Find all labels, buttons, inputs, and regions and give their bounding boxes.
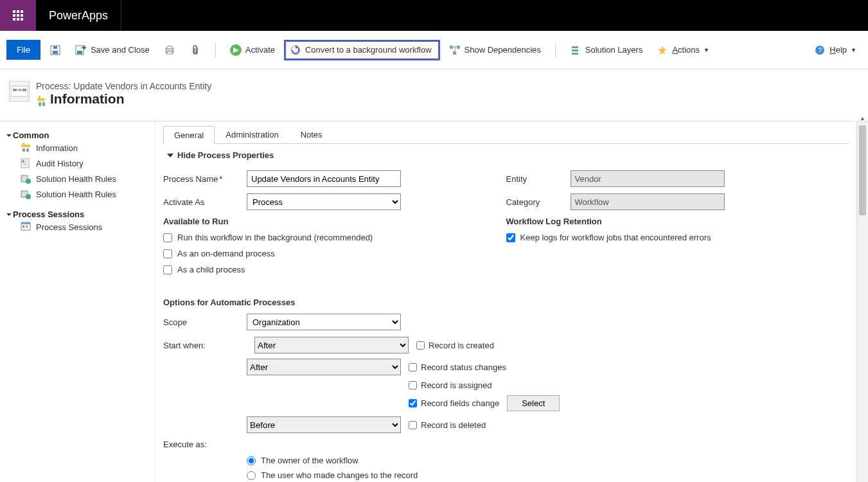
svg-rect-43: [26, 226, 28, 228]
sidebar-item-label: Solution Health Rules: [36, 190, 116, 199]
log-retention-header: Workflow Log Retention: [506, 217, 830, 226]
hide-process-properties-toggle[interactable]: Hide Process Properties: [163, 148, 849, 163]
svg-rect-13: [572, 46, 578, 48]
record-status-label: Record status changes: [421, 362, 506, 372]
save-button[interactable]: [44, 42, 66, 58]
solution-layers-button[interactable]: Solution Layers: [565, 42, 648, 58]
tabs: General Administration Notes: [163, 125, 849, 144]
svg-rect-30: [22, 148, 25, 152]
app-name: PowerApps: [36, 9, 121, 22]
show-dependencies-button[interactable]: Show Dependencies: [444, 42, 546, 58]
activate-icon: ▶: [230, 44, 242, 56]
app-launcher[interactable]: [0, 0, 36, 31]
scroll-thumb[interactable]: [859, 125, 866, 215]
svg-rect-4: [77, 51, 82, 54]
execute-as-owner-radio[interactable]: [247, 456, 256, 465]
keep-logs-label: Keep logs for workflow jobs that encount…: [520, 233, 711, 242]
select-fields-button[interactable]: Select: [507, 395, 560, 411]
process-name-input[interactable]: [247, 170, 401, 187]
info-icon: [36, 94, 46, 104]
sidebar-item-process-sessions[interactable]: Process Sessions: [8, 219, 147, 235]
layers-icon: [570, 44, 581, 56]
record-fields-checkbox[interactable]: [409, 399, 417, 407]
activate-as-label: Activate As: [163, 197, 247, 207]
save-and-close-button[interactable]: Save and Close: [70, 42, 155, 58]
separator: [555, 42, 556, 58]
entity-label: Entity: [506, 174, 571, 184]
actions-icon: [657, 44, 668, 56]
execute-as-label: Execute as:: [163, 440, 247, 449]
options-header: Options for Automatic Processes: [163, 298, 849, 307]
svg-rect-14: [572, 49, 578, 51]
svg-rect-7: [167, 51, 172, 54]
svg-rect-42: [22, 226, 24, 228]
sidebar-group-process-sessions[interactable]: Process Sessions: [8, 210, 147, 219]
scrollbar[interactable]: ▲: [856, 121, 868, 482]
convert-workflow-button[interactable]: Convert to a background workflow: [284, 40, 440, 60]
file-button[interactable]: File: [6, 40, 40, 60]
print-icon: [164, 44, 175, 56]
child-process-checkbox[interactable]: [163, 265, 172, 274]
start-when-select-2[interactable]: After: [247, 359, 401, 375]
dependencies-icon: [449, 44, 461, 56]
page-header: Process: Update Vendors in Accounts Enti…: [0, 72, 868, 121]
help-button[interactable]: ? Help ▼: [809, 42, 862, 58]
scope-label: Scope: [163, 317, 247, 327]
execute-as-owner-label: The owner of the workflow: [261, 456, 359, 465]
sidebar-group-common[interactable]: Common: [8, 130, 147, 140]
svg-point-39: [26, 194, 31, 199]
actions-label: Actions: [672, 45, 700, 55]
paperclip-icon: [190, 44, 201, 56]
record-assigned-checkbox[interactable]: [409, 381, 417, 389]
on-demand-checkbox[interactable]: [163, 249, 172, 258]
keep-logs-checkbox[interactable]: [506, 233, 515, 242]
activate-button[interactable]: ▶ Activate: [225, 42, 280, 58]
activate-label: Activate: [245, 45, 275, 55]
svg-rect-2: [53, 46, 57, 49]
save-close-icon: [75, 44, 87, 56]
activate-as-select[interactable]: Process: [247, 193, 401, 210]
chevron-down-icon: ▼: [704, 47, 709, 53]
start-when-select-1[interactable]: After: [254, 337, 409, 353]
svg-rect-1: [53, 51, 58, 54]
separator: [215, 42, 216, 58]
record-deleted-label: Record is deleted: [421, 420, 486, 430]
record-deleted-checkbox[interactable]: [409, 421, 417, 429]
svg-rect-22: [22, 89, 26, 91]
scope-select[interactable]: Organization: [247, 314, 401, 330]
tab-notes[interactable]: Notes: [290, 125, 333, 143]
tab-general[interactable]: General: [163, 126, 215, 144]
sidebar: Common Information Audit History Solutio…: [0, 121, 155, 482]
record-created-checkbox[interactable]: [416, 341, 425, 350]
print-button[interactable]: [159, 42, 181, 58]
run-background-checkbox[interactable]: [163, 233, 172, 242]
svg-text:?: ?: [818, 46, 822, 54]
record-fields-label: Record fields change: [421, 398, 499, 408]
svg-rect-10: [450, 46, 453, 49]
start-when-select-3[interactable]: Before: [247, 416, 401, 433]
entity-input: [571, 170, 725, 187]
process-name-label: Process Name*: [163, 174, 247, 184]
svg-rect-6: [167, 46, 172, 49]
chevron-down-icon: ▼: [851, 47, 856, 53]
svg-rect-28: [21, 145, 30, 147]
actions-menu[interactable]: Actions ▼: [651, 42, 714, 58]
dependencies-label: Show Dependencies: [465, 45, 541, 55]
svg-rect-20: [13, 89, 17, 91]
help-label: Help: [829, 45, 847, 55]
page-title: Information: [50, 91, 125, 107]
process-page-icon: [9, 81, 30, 102]
execute-as-user-radio[interactable]: [247, 471, 256, 480]
content: General Administration Notes Hide Proces…: [155, 121, 856, 482]
tab-administration[interactable]: Administration: [215, 125, 289, 143]
record-status-checkbox[interactable]: [409, 363, 417, 371]
svg-point-37: [26, 179, 31, 184]
sidebar-item-solution-health-1[interactable]: Solution Health Rules: [8, 171, 147, 186]
sidebar-item-solution-health-2[interactable]: Solution Health Rules: [8, 186, 147, 202]
body: Common Information Audit History Solutio…: [0, 121, 868, 482]
scroll-up-icon: ▲: [857, 115, 868, 121]
attach-button[interactable]: [184, 42, 206, 58]
sidebar-item-audit-history[interactable]: Audit History: [8, 156, 147, 171]
sidebar-item-information[interactable]: Information: [8, 140, 147, 156]
svg-rect-25: [39, 96, 40, 98]
